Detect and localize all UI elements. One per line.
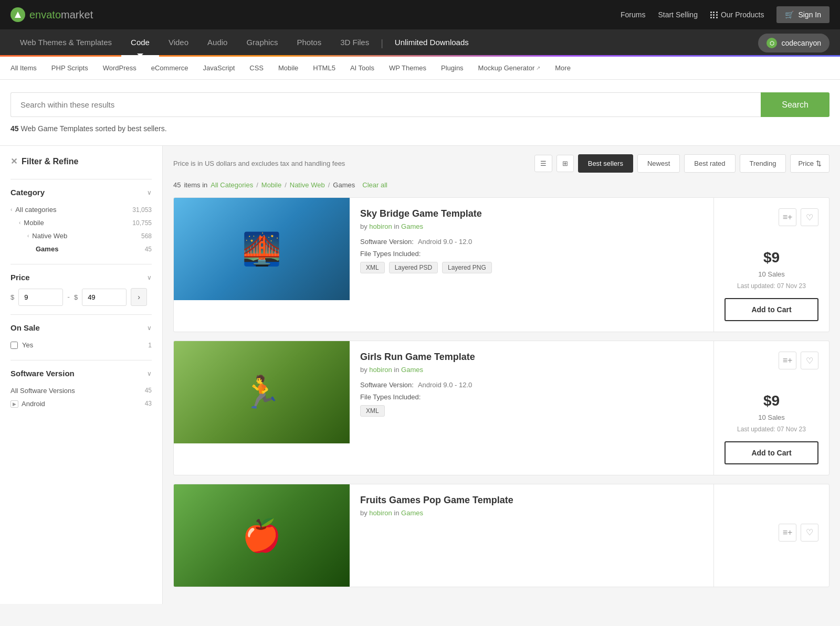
favorite-1[interactable]: ♡ <box>801 208 818 226</box>
price-inputs: $ - $ › <box>10 288 152 306</box>
top-nav-logo: envatomarket <box>10 7 93 22</box>
category-all[interactable]: ‹ All categories 31,053 <box>10 203 152 216</box>
category-link-3[interactable]: Games <box>401 509 423 517</box>
sw-android[interactable]: ▶ Android 43 <box>10 397 152 410</box>
arrow-icon: ‹ <box>10 207 12 213</box>
subnav-wordpress[interactable]: WordPress <box>96 57 144 80</box>
nav-graphics[interactable]: Graphics <box>237 29 287 57</box>
close-filter-icon[interactable]: ✕ <box>10 156 17 166</box>
clear-all-link[interactable]: Clear all <box>362 181 387 189</box>
forums-link[interactable]: Forums <box>621 10 645 19</box>
start-selling-link[interactable]: Start Selling <box>658 10 697 19</box>
product-actions-1: ≡+ ♡ <box>724 208 818 226</box>
favorite-3[interactable]: ♡ <box>801 524 818 542</box>
nav-audio[interactable]: Audio <box>198 29 237 57</box>
product-actions-2: ≡+ ♡ <box>724 352 818 369</box>
subnav-php[interactable]: PHP Scripts <box>44 57 96 80</box>
on-sale-header[interactable]: On Sale ∨ <box>10 323 152 332</box>
product-meta-files-2: File Types Included: <box>360 393 703 401</box>
sort-best-sellers[interactable]: Best sellers <box>578 154 633 173</box>
nav-video[interactable]: Video <box>159 29 198 57</box>
add-to-cart-1[interactable]: Add to Cart <box>724 298 818 321</box>
envato-logo-icon <box>10 7 25 22</box>
arrow-icon: ‹ <box>27 233 29 239</box>
sidebar: ✕ Filter & Refine Category ∨ ‹ All categ… <box>0 146 163 604</box>
nav-3d-files[interactable]: 3D Files <box>331 29 379 57</box>
product-meta-files-1: File Types Included: <box>360 250 703 258</box>
sort-best-rated[interactable]: Best rated <box>684 154 735 173</box>
subnav-wp-themes[interactable]: WP Themes <box>382 57 434 80</box>
subnav-plugins[interactable]: Plugins <box>434 57 471 80</box>
breadcrumb-games: Games <box>333 181 355 189</box>
expand-icon: ▶ <box>10 400 18 408</box>
author-link-1[interactable]: hobiron <box>369 222 392 230</box>
category-native-web[interactable]: ‹ Native Web 568 <box>10 229 152 242</box>
tag-png-1: Layered PNG <box>442 262 492 273</box>
price-max-input[interactable] <box>82 289 127 306</box>
grid-view-button[interactable]: ⊞ <box>556 155 574 172</box>
price-section: Price ∨ $ - $ › <box>10 264 152 314</box>
breadcrumb-all-categories[interactable]: All Categories <box>211 181 253 189</box>
search-button[interactable]: Search <box>761 92 830 117</box>
tag-xml-1: XML <box>360 262 385 273</box>
subnav-ai-tools[interactable]: AI Tools <box>343 57 382 80</box>
on-sale-checkbox[interactable] <box>10 342 18 349</box>
subnav-html5[interactable]: HTML5 <box>306 57 343 80</box>
search-input[interactable] <box>10 92 761 117</box>
sw-all-versions[interactable]: All Software Versions 45 <box>10 384 152 397</box>
product-title-1[interactable]: Sky Bridge Game Template <box>360 208 703 219</box>
on-sale-yes: Yes 1 <box>10 338 152 352</box>
nav-code[interactable]: Code <box>121 29 159 57</box>
add-to-collection-3[interactable]: ≡+ <box>779 524 796 542</box>
category-section-header[interactable]: Category ∨ <box>10 188 152 197</box>
subnav-all-items[interactable]: All Items <box>10 57 44 80</box>
product-title-3[interactable]: Fruits Games Pop Game Template <box>360 495 703 506</box>
add-to-collection-1[interactable]: ≡+ <box>779 208 796 226</box>
breadcrumb-native-web[interactable]: Native Web <box>290 181 325 189</box>
subnav-css[interactable]: CSS <box>242 57 271 80</box>
nav-web-themes[interactable]: Web Themes & Templates <box>10 29 121 57</box>
category-games[interactable]: Games 45 <box>10 242 152 256</box>
tag-psd-1: Layered PSD <box>389 262 438 273</box>
subnav-mockup[interactable]: Mockup Generator ↗ <box>471 57 548 80</box>
category-section: Category ∨ ‹ All categories 31,053 ‹ Mob… <box>10 179 152 264</box>
category-link-1[interactable]: Games <box>401 222 423 230</box>
subnav-mobile[interactable]: Mobile <box>271 57 306 80</box>
subnav-javascript[interactable]: JavaScript <box>196 57 243 80</box>
price-section-header[interactable]: Price ∨ <box>10 273 152 282</box>
product-card-3: 🍎 Fruits Games Pop Game Template by hobi… <box>173 484 830 587</box>
subnav-more[interactable]: More <box>548 57 578 80</box>
product-sales-2: 10 Sales <box>758 413 785 421</box>
content-area: ✕ Filter & Refine Category ∨ ‹ All categ… <box>0 146 840 604</box>
list-view-button[interactable]: ☰ <box>534 155 552 172</box>
add-to-cart-2[interactable]: Add to Cart <box>724 441 818 464</box>
sort-price[interactable]: Price ⇅ <box>790 154 830 173</box>
sort-bar: Price is in US dollars and excludes tax … <box>173 154 830 173</box>
logo-text: envatomarket <box>29 9 93 21</box>
category-link-2[interactable]: Games <box>401 366 423 374</box>
author-link-2[interactable]: hobiron <box>369 366 392 374</box>
product-title-2[interactable]: Girls Run Game Template <box>360 352 703 363</box>
our-products-menu[interactable]: Our Products <box>710 10 764 19</box>
category-mobile[interactable]: ‹ Mobile 10,755 <box>10 216 152 229</box>
price-go-button[interactable]: › <box>131 288 147 306</box>
nav-photos[interactable]: Photos <box>287 29 331 57</box>
favorite-2[interactable]: ♡ <box>801 352 818 369</box>
filter-header: ✕ Filter & Refine <box>10 156 152 166</box>
sort-newest[interactable]: Newest <box>637 154 680 173</box>
product-price-2: $9 <box>763 392 780 409</box>
sw-chevron-icon: ∨ <box>147 370 152 377</box>
sign-in-button[interactable]: 🛒 Sign In <box>776 6 830 23</box>
product-meta-version-2: Software Version: Android 9.0 - 12.0 <box>360 381 703 389</box>
subnav-ecommerce[interactable]: eCommerce <box>144 57 196 80</box>
price-min-input[interactable] <box>18 289 63 306</box>
author-link-3[interactable]: hobiron <box>369 509 392 517</box>
nav-unlimited[interactable]: Unlimited Downloads <box>385 29 478 57</box>
breadcrumb-mobile[interactable]: Mobile <box>261 181 281 189</box>
category-chevron-icon: ∨ <box>147 189 152 196</box>
product-price-1: $9 <box>763 249 780 266</box>
sort-trending[interactable]: Trending <box>740 154 786 173</box>
software-version-header[interactable]: Software Version ∨ <box>10 369 152 378</box>
product-updated-2: Last updated: 07 Nov 23 <box>737 426 806 433</box>
add-to-collection-2[interactable]: ≡+ <box>779 352 796 369</box>
